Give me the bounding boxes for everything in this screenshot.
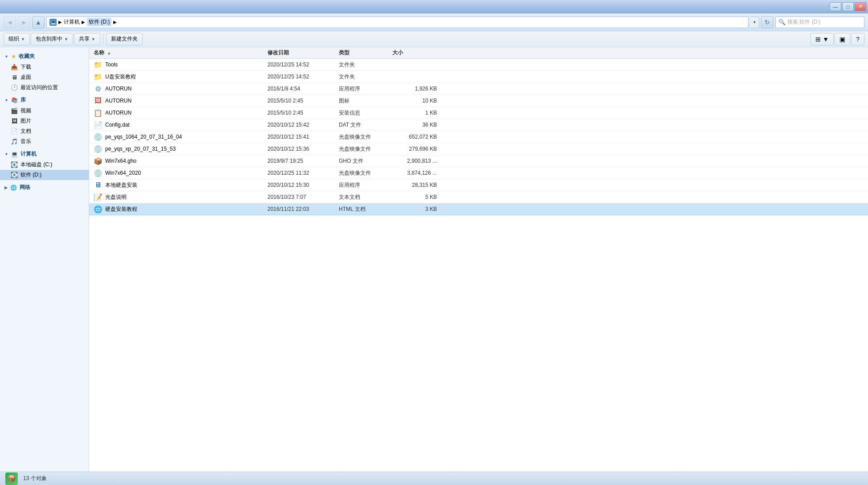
sidebar-header-library[interactable]: ▼ 📚 库 (0, 95, 89, 106)
file-type-icon: 💿 (94, 144, 103, 153)
file-size-cell: 36 KB (392, 122, 446, 128)
breadcrumb-drive[interactable]: 软件 (D:) (87, 18, 111, 26)
search-bar[interactable]: 🔍 搜索 软件 (D:) (775, 16, 864, 28)
minimize-button[interactable]: — (830, 2, 841, 11)
table-row[interactable]: 📁 U盘安装教程 2020/12/25 14:52 文件夹 (89, 71, 868, 83)
file-name-text: pe_yqs_xp_20_07_31_15_53 (105, 146, 176, 152)
file-name-text: 光盘说明 (105, 193, 127, 201)
table-row[interactable]: 📋 AUTORUN 2015/5/10 2:45 安装信息 1 KB (89, 107, 868, 119)
downloads-icon: 📥 (11, 64, 18, 71)
music-label: 音乐 (21, 138, 31, 145)
pictures-icon: 🖼 (11, 118, 18, 125)
file-date-cell: 2016/10/23 7:07 (267, 194, 339, 200)
favorites-star-icon: ★ (11, 53, 16, 60)
table-row[interactable]: 📁 Tools 2020/12/25 14:52 文件夹 (89, 59, 868, 71)
table-row[interactable]: 📄 Config.dat 2020/10/12 15:42 DAT 文件 36 … (89, 119, 868, 131)
col-header-name[interactable]: 名称 ▲ (89, 49, 267, 57)
table-row[interactable]: ⚙ AUTORUN 2016/1/8 4:54 应用程序 1,926 KB (89, 83, 868, 95)
file-name-cell: 📝 光盘说明 (89, 193, 267, 201)
file-type-icon: ⚙ (94, 84, 103, 93)
address-icon: 💻 (49, 19, 57, 26)
back-button[interactable]: ◄ (4, 16, 16, 29)
sidebar-item-recent[interactable]: 🕐 最近访问的位置 (0, 82, 89, 93)
file-name-text: Tools (105, 62, 118, 68)
sidebar-item-desktop[interactable]: 🖥 桌面 (0, 72, 89, 82)
table-row[interactable]: 💿 pe_yqs_1064_20_07_31_16_04 2020/10/12 … (89, 131, 868, 143)
file-name-cell: 📄 Config.dat (89, 120, 267, 129)
documents-label: 文档 (21, 127, 31, 135)
file-size-cell: 5 KB (392, 194, 446, 200)
table-row[interactable]: 🖼 AUTORUN 2015/5/10 2:45 图标 10 KB (89, 95, 868, 107)
file-type-icon: 🌐 (94, 205, 103, 214)
file-type-cell: 图标 (339, 97, 392, 105)
breadcrumb-arrow-1: ▶ (58, 20, 62, 25)
sidebar-header-computer[interactable]: ▼ 💻 计算机 (0, 148, 89, 160)
downloads-label: 下载 (21, 63, 31, 71)
new-folder-label: 新建文件夹 (111, 35, 138, 43)
file-name-text: AUTORUN (105, 86, 132, 92)
file-name-cell: 📁 U盘安装教程 (89, 72, 267, 81)
table-row[interactable]: 🖥 本地硬盘安装 2020/10/12 15:30 应用程序 28,315 KB (89, 179, 868, 191)
sidebar-item-videos[interactable]: 🎬 视频 (0, 106, 89, 116)
sidebar-item-documents[interactable]: 📄 文档 (0, 126, 89, 136)
help-button[interactable]: ? (851, 33, 864, 45)
file-type-cell: 光盘映像文件 (339, 133, 392, 141)
forward-button[interactable]: ► (18, 16, 30, 29)
preview-pane-button[interactable]: ▣ (835, 33, 850, 45)
file-size-cell: 10 KB (392, 98, 446, 104)
file-date-cell: 2020/10/12 15:42 (267, 122, 339, 128)
file-type-cell: 光盘映像文件 (339, 145, 392, 153)
file-type-icon: 📋 (94, 108, 103, 117)
close-button[interactable]: ✕ (855, 2, 866, 11)
file-name-text: Win7x64.gho (105, 158, 136, 164)
library-icon: 📚 (11, 97, 18, 103)
table-row[interactable]: 🌐 硬盘安装教程 2016/11/21 22:03 HTML 文档 3 KB (89, 203, 868, 215)
col-header-size[interactable]: 大小 (392, 49, 446, 57)
file-type-cell: 光盘映像文件 (339, 169, 392, 177)
library-label: 库 (21, 96, 26, 104)
videos-icon: 🎬 (11, 107, 18, 115)
up-button[interactable]: ▲ (32, 16, 45, 29)
table-row[interactable]: 📝 光盘说明 2016/10/23 7:07 文本文档 5 KB (89, 191, 868, 203)
network-expand-icon: ▶ (4, 185, 8, 190)
new-folder-button[interactable]: 新建文件夹 (106, 33, 143, 45)
sidebar-item-music[interactable]: 🎵 音乐 (0, 136, 89, 147)
file-type-cell: 文本文档 (339, 193, 392, 201)
include-library-button[interactable]: 包含到库中 ▼ (31, 33, 73, 45)
file-type-cell: 应用程序 (339, 85, 392, 93)
file-name-cell: 📦 Win7x64.gho (89, 156, 267, 165)
file-name-text: 硬盘安装教程 (105, 206, 137, 213)
name-sort-icon: ▲ (107, 51, 111, 55)
share-button[interactable]: 共享 ▼ (74, 33, 100, 45)
col-header-date[interactable]: 修改日期 (267, 49, 339, 57)
sidebar-item-software-d[interactable]: 💽 软件 (D:) (0, 170, 89, 180)
file-size-cell: 28,315 KB (392, 182, 446, 188)
maximize-button[interactable]: □ (842, 2, 854, 11)
toolbar: 组织 ▼ 包含到库中 ▼ 共享 ▼ 新建文件夹 ⊞ ▼ ▣ ? (0, 31, 868, 47)
title-bar-buttons: — □ ✕ (830, 2, 866, 11)
organize-button[interactable]: 组织 ▼ (4, 33, 30, 45)
table-row[interactable]: 📦 Win7x64.gho 2019/9/7 19:25 GHO 文件 2,90… (89, 155, 868, 167)
sidebar-header-network[interactable]: ▶ 🌐 网络 (0, 182, 89, 193)
pictures-label: 图片 (21, 117, 31, 125)
sidebar-section-computer: ▼ 💻 计算机 💽 本地磁盘 (C:) 💽 软件 (D:) (0, 148, 89, 180)
sidebar-item-downloads[interactable]: 📥 下载 (0, 62, 89, 72)
table-row[interactable]: 💿 pe_yqs_xp_20_07_31_15_53 2020/10/12 15… (89, 143, 868, 155)
organize-arrow: ▼ (21, 37, 25, 41)
table-row[interactable]: 💿 Win7x64_2020 2020/12/25 11:32 光盘映像文件 3… (89, 167, 868, 179)
sidebar-item-local-c[interactable]: 💽 本地磁盘 (C:) (0, 160, 89, 170)
sidebar-header-favorites[interactable]: ▼ ★ 收藏夹 (0, 51, 89, 62)
sidebar-item-pictures[interactable]: 🖼 图片 (0, 116, 89, 126)
desktop-label: 桌面 (21, 74, 31, 81)
view-options-button[interactable]: ⊞ ▼ (810, 33, 834, 45)
file-date-cell: 2020/12/25 14:52 (267, 62, 339, 68)
file-name-cell: 📁 Tools (89, 60, 267, 69)
file-type-icon: 📝 (94, 193, 103, 201)
file-type-icon: 💿 (94, 132, 103, 141)
col-header-type[interactable]: 类型 (339, 49, 392, 57)
file-name-cell: 🌐 硬盘安装教程 (89, 205, 267, 214)
breadcrumb-computer[interactable]: 计算机 (64, 18, 80, 26)
address-dropdown-button[interactable]: ▼ (750, 16, 759, 28)
file-date-cell: 2020/12/25 14:52 (267, 74, 339, 80)
refresh-button[interactable]: ↻ (761, 16, 773, 29)
